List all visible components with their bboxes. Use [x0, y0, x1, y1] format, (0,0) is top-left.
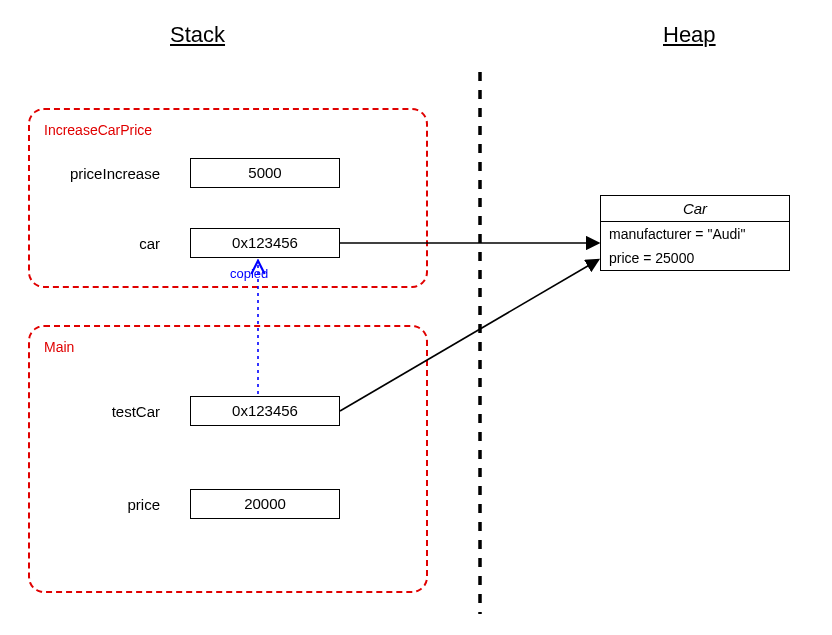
heap-field-price: price = 25000: [601, 246, 789, 270]
heap-heading: Heap: [663, 22, 716, 48]
copied-label: copied: [230, 266, 268, 281]
var-label-car: car: [40, 235, 160, 252]
var-box-testcar: 0x123456: [190, 396, 340, 426]
var-box-car: 0x123456: [190, 228, 340, 258]
stack-heading: Stack: [170, 22, 225, 48]
heap-object-car: Car manufacturer = "Audi" price = 25000: [600, 195, 790, 271]
heap-field-manufacturer: manufacturer = "Audi": [601, 222, 789, 246]
frame-label-increasecarprice: IncreaseCarPrice: [44, 122, 152, 138]
heap-object-title: Car: [601, 196, 789, 222]
frame-label-main: Main: [44, 339, 74, 355]
var-label-price: price: [40, 496, 160, 513]
var-box-priceincrease: 5000: [190, 158, 340, 188]
stack-frame-main: Main: [28, 325, 428, 593]
var-label-priceincrease: priceIncrease: [40, 165, 160, 182]
stack-frame-increasecarprice: IncreaseCarPrice: [28, 108, 428, 288]
diagram-canvas: Stack Heap IncreaseCarPrice priceIncreas…: [0, 0, 832, 635]
var-label-testcar: testCar: [40, 403, 160, 420]
var-box-price: 20000: [190, 489, 340, 519]
